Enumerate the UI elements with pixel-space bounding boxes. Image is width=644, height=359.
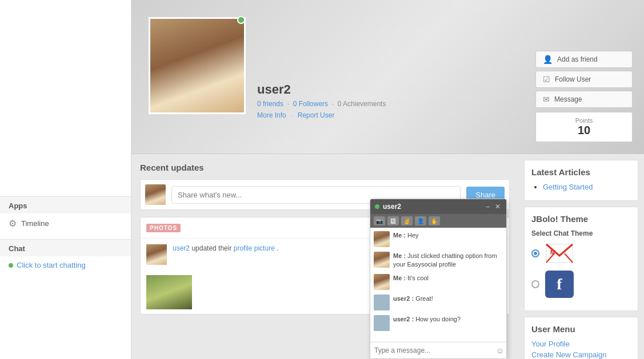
facebook-radio[interactable] xyxy=(531,280,539,288)
getting-started-link[interactable]: Getting Started xyxy=(543,183,593,191)
feed-text: user2 updated their profile picture . xyxy=(173,244,279,252)
chat-header-left: user2 xyxy=(375,203,401,211)
points-box: Points 10 xyxy=(535,112,633,142)
chat-msg-avatar-2 xyxy=(374,252,390,268)
chat-msg-avatar-1 xyxy=(374,231,390,247)
feed-user-avatar xyxy=(146,244,167,265)
profile-info: user2 0 friends · 0 Followers · 0 Achiev… xyxy=(257,82,386,119)
chat-tool-4[interactable]: 👤 xyxy=(415,216,426,225)
feed-username-link[interactable]: user2 xyxy=(173,244,190,252)
chat-toolbar: 📷 🖼 ✌ 👤 ✋ xyxy=(370,214,506,228)
chat-msg-avatar-3 xyxy=(374,274,390,290)
achievements-text: 0 Achievements xyxy=(338,100,386,108)
chat-tool-3[interactable]: ✌ xyxy=(401,216,413,225)
message-label: Message xyxy=(554,95,582,103)
user-menu-title: User Menu xyxy=(531,324,631,334)
profile-actions: 👤 Add as friend ☑ Follow User ✉ Message … xyxy=(535,51,633,142)
chat-window-title: user2 xyxy=(383,203,401,211)
your-profile-link[interactable]: Your Profile xyxy=(531,340,570,348)
share-avatar xyxy=(145,184,166,205)
follow-label: Follow User xyxy=(555,75,591,83)
gmail-radio[interactable] xyxy=(531,249,539,257)
chat-message-4: user2 : Great! xyxy=(374,295,503,310)
select-theme-label: Select Chat Theme xyxy=(531,229,631,237)
chat-message-2: Me : Just clicked chatting option from y… xyxy=(374,252,503,269)
message-icon: ✉ xyxy=(543,95,550,104)
facebook-theme-icon: f xyxy=(545,271,574,298)
chat-message-1: Me : Hey xyxy=(374,231,503,247)
chat-close-button[interactable]: ✕ xyxy=(494,203,502,211)
gmail-theme-option[interactable]: M xyxy=(531,242,631,265)
latest-articles-widget: Latest Articles Getting Started xyxy=(524,160,638,201)
profile-links: More Info · Report User xyxy=(257,111,386,119)
chat-input[interactable] xyxy=(373,345,496,356)
profile-avatar[interactable] xyxy=(149,17,246,114)
chat-msg-text-1: Me : Hey xyxy=(393,231,419,240)
feed-profile-link[interactable]: profile picture xyxy=(234,244,275,252)
friends-link[interactable]: 0 friends xyxy=(257,100,283,108)
online-indicator xyxy=(9,263,13,268)
menu-create-campaign: Create New Campaign xyxy=(531,350,631,359)
add-friend-button[interactable]: 👤 Add as friend xyxy=(535,51,633,68)
sidebar-item-timeline[interactable]: ⚙ Timeline xyxy=(0,213,131,233)
gmail-theme-icon: M xyxy=(545,242,574,265)
right-panel: Latest Articles Getting Started JBolo! T… xyxy=(518,154,644,359)
jbolo-title: JBolo! Theme xyxy=(531,214,631,224)
follow-icon: ☑ xyxy=(543,75,550,84)
chat-online-dot xyxy=(375,204,379,209)
profile-header: user2 0 friends · 0 Followers · 0 Achiev… xyxy=(131,0,644,154)
chat-section-label: Chat xyxy=(0,239,131,256)
apps-section-label: Apps xyxy=(0,196,131,213)
gmail-svg: M xyxy=(545,242,574,265)
report-user-link[interactable]: Report User xyxy=(298,111,335,119)
chat-msg-avatar-5 xyxy=(374,315,390,331)
feed-update-text: updated their xyxy=(191,244,233,252)
chat-msg-text-3: Me : It's cool xyxy=(393,274,429,283)
chat-header: user2 – ✕ xyxy=(370,199,506,214)
jbolo-theme-widget: JBolo! Theme Select Chat Theme M xyxy=(524,207,638,311)
user-menu-widget: User Menu Your Profile Create New Campai… xyxy=(524,317,638,359)
chat-input-area: ☺ xyxy=(370,342,506,358)
article-item: Getting Started xyxy=(543,183,631,191)
chat-tool-5[interactable]: ✋ xyxy=(429,216,440,225)
feed-photo xyxy=(146,275,192,309)
chat-tool-2[interactable]: 🖼 xyxy=(387,216,399,225)
facebook-theme-option[interactable]: f xyxy=(531,271,631,298)
sidebar: Apps ⚙ Timeline Chat Click to start chat… xyxy=(0,0,131,359)
user-menu-list: Your Profile Create New Campaign All cam… xyxy=(531,340,631,359)
chat-window: user2 – ✕ 📷 🖼 ✌ 👤 ✋ Me : Hey Me : Just c xyxy=(370,199,507,359)
timeline-icon: ⚙ xyxy=(9,218,17,229)
profile-stats: 0 friends · 0 Followers · 0 Achievements xyxy=(257,100,386,108)
svg-text:M: M xyxy=(550,249,555,256)
add-friend-icon: 👤 xyxy=(543,55,553,64)
create-campaign-link[interactable]: Create New Campaign xyxy=(531,350,607,359)
start-chatting-link[interactable]: Click to start chatting xyxy=(17,261,86,269)
menu-your-profile: Your Profile xyxy=(531,340,631,348)
emoji-button[interactable]: ☺ xyxy=(496,346,504,355)
chat-message-5: user2 : How you doing? xyxy=(374,315,503,331)
profile-online-indicator xyxy=(237,16,245,24)
recent-updates-title: Recent updates xyxy=(140,163,510,172)
chat-tool-1[interactable]: 📷 xyxy=(374,216,385,225)
timeline-label: Timeline xyxy=(21,219,49,228)
chat-msg-text-4: user2 : Great! xyxy=(393,295,433,303)
articles-title: Latest Articles xyxy=(531,167,631,177)
follow-user-button[interactable]: ☑ Follow User xyxy=(535,71,633,88)
profile-username: user2 xyxy=(257,82,386,97)
points-label: Points xyxy=(543,117,625,124)
chat-message-3: Me : It's cool xyxy=(374,274,503,290)
more-info-link[interactable]: More Info xyxy=(257,111,286,119)
message-button[interactable]: ✉ Message xyxy=(535,91,633,108)
chat-messages: Me : Hey Me : Just clicked chatting opti… xyxy=(370,228,506,342)
articles-list: Getting Started xyxy=(531,183,631,191)
photos-badge: PHOTOS xyxy=(146,224,181,232)
chat-minimize-button[interactable]: – xyxy=(485,203,491,211)
followers-link[interactable]: 0 Followers xyxy=(293,100,328,108)
chat-msg-text-2: Me : Just clicked chatting option from y… xyxy=(393,252,503,269)
chat-msg-text-5: user2 : How you doing? xyxy=(393,315,461,324)
add-friend-label: Add as friend xyxy=(557,55,598,63)
chat-header-controls: – ✕ xyxy=(485,203,502,211)
chat-msg-avatar-4 xyxy=(374,295,390,310)
chat-start-item: Click to start chatting xyxy=(0,256,131,274)
points-value: 10 xyxy=(543,124,625,137)
